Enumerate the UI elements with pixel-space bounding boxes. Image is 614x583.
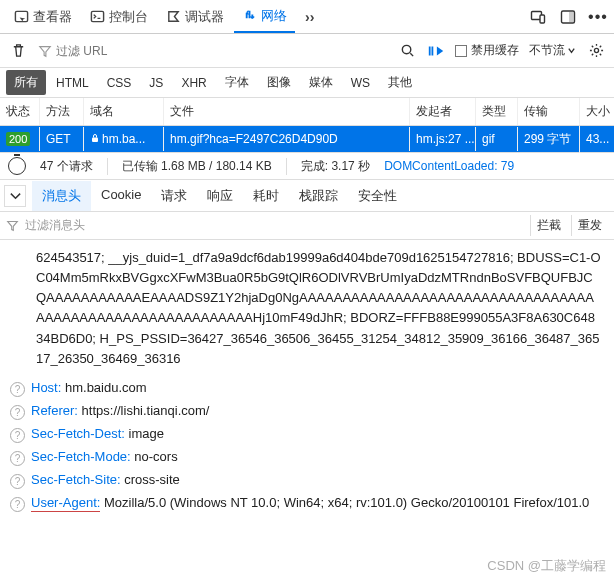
kebab-icon[interactable]: ••• bbox=[588, 7, 608, 27]
inspector-icon bbox=[14, 9, 29, 24]
type-filter-字体[interactable]: 字体 bbox=[217, 70, 257, 95]
header-name: Host: bbox=[31, 380, 61, 395]
detail-tab-6[interactable]: 安全性 bbox=[348, 181, 407, 211]
help-icon[interactable]: ? bbox=[10, 451, 25, 466]
type-filter-图像[interactable]: 图像 bbox=[259, 70, 299, 95]
header-name: User-Agent: bbox=[31, 495, 100, 512]
header-value: no-cors bbox=[131, 449, 178, 464]
tab-network[interactable]: 网络 bbox=[234, 1, 295, 33]
throttle-label: 不节流 bbox=[529, 42, 565, 59]
type-filter-bar: 所有HTMLCSSJSXHR字体图像媒体WS其他 bbox=[0, 68, 614, 98]
type-filter-WS[interactable]: WS bbox=[343, 72, 378, 94]
tab-inspector-label: 查看器 bbox=[33, 8, 72, 26]
help-icon[interactable]: ? bbox=[10, 428, 25, 443]
cell-method: GET bbox=[40, 127, 84, 151]
type-filter-XHR[interactable]: XHR bbox=[173, 72, 214, 94]
help-icon[interactable]: ? bbox=[10, 474, 25, 489]
header-line: ?User-Agent: Mozilla/5.0 (Windows NT 10.… bbox=[0, 492, 614, 515]
type-filter-媒体[interactable]: 媒体 bbox=[301, 70, 341, 95]
disable-cache-label: 禁用缓存 bbox=[471, 42, 519, 59]
devtools-tabs: 查看器 控制台 调试器 网络 ›› ••• bbox=[0, 0, 614, 34]
responsive-mode-icon[interactable] bbox=[528, 7, 548, 27]
type-filter-所有[interactable]: 所有 bbox=[6, 70, 46, 95]
network-toolbar: 禁用缓存 不节流 bbox=[0, 34, 614, 68]
disable-cache-checkbox[interactable]: 禁用缓存 bbox=[455, 42, 519, 59]
header-name: Sec-Fetch-Site: bbox=[31, 472, 121, 487]
col-status[interactable]: 状态 bbox=[0, 98, 40, 125]
tab-console[interactable]: 控制台 bbox=[82, 2, 156, 32]
watermark: CSDN @工藤学编程 bbox=[487, 557, 606, 575]
svg-rect-0 bbox=[15, 11, 27, 21]
checkbox-icon bbox=[455, 45, 467, 57]
filter-headers-bar: 过滤消息头 拦截 重发 bbox=[0, 212, 614, 240]
col-size[interactable]: 大小 bbox=[580, 98, 614, 125]
table-row[interactable]: 200 GET hm.ba... hm.gif?hca=F2497C26D4D9… bbox=[0, 126, 614, 152]
col-initiator[interactable]: 发起者 bbox=[410, 98, 476, 125]
header-value: hm.baidu.com bbox=[61, 380, 146, 395]
detail-tab-0[interactable]: 消息头 bbox=[32, 181, 91, 211]
type-filter-HTML[interactable]: HTML bbox=[48, 72, 97, 94]
url-filter-input[interactable] bbox=[56, 44, 236, 58]
gear-icon[interactable] bbox=[586, 41, 606, 61]
detail-tab-5[interactable]: 栈跟踪 bbox=[289, 181, 348, 211]
cell-domain: hm.ba... bbox=[84, 127, 164, 151]
col-method[interactable]: 方法 bbox=[40, 98, 84, 125]
funnel-icon bbox=[38, 44, 52, 58]
type-filter-JS[interactable]: JS bbox=[141, 72, 171, 94]
more-tabs-button[interactable]: ›› bbox=[297, 3, 322, 31]
header-name: Sec-Fetch-Mode: bbox=[31, 449, 131, 464]
stopwatch-icon[interactable] bbox=[8, 157, 26, 175]
network-icon bbox=[242, 8, 257, 23]
pause-icons[interactable] bbox=[427, 43, 445, 59]
funnel-icon bbox=[6, 219, 19, 232]
cell-transferred: 299 字节 bbox=[518, 126, 580, 153]
url-filter[interactable] bbox=[38, 44, 387, 58]
header-line: ?Host: hm.baidu.com bbox=[0, 377, 614, 400]
svg-point-6 bbox=[402, 45, 410, 53]
throttle-dropdown[interactable]: 不节流 bbox=[529, 42, 576, 59]
console-icon bbox=[90, 9, 105, 24]
type-filter-其他[interactable]: 其他 bbox=[380, 70, 420, 95]
cell-size: 43... bbox=[580, 127, 614, 151]
lock-icon bbox=[90, 133, 100, 143]
col-domain[interactable]: 域名 bbox=[84, 98, 164, 125]
headers-body-text: 624543517; __yjs_duid=1_df7a9a9dcf6dab19… bbox=[0, 240, 614, 377]
chevron-down-icon bbox=[567, 46, 576, 55]
summary-requests: 47 个请求 bbox=[40, 158, 108, 175]
summary-transferred: 已传输 1.68 MB / 180.14 KB bbox=[122, 158, 287, 175]
col-file[interactable]: 文件 bbox=[164, 98, 410, 125]
tab-inspector[interactable]: 查看器 bbox=[6, 2, 80, 32]
cell-file: hm.gif?hca=F2497C26D4D90D bbox=[164, 127, 410, 151]
intercept-button[interactable]: 拦截 bbox=[530, 215, 567, 236]
trash-icon[interactable] bbox=[8, 41, 28, 61]
header-line: ?Sec-Fetch-Dest: image bbox=[0, 423, 614, 446]
col-transferred[interactable]: 传输 bbox=[518, 98, 580, 125]
status-badge: 200 bbox=[6, 132, 30, 146]
detail-tab-4[interactable]: 耗时 bbox=[243, 181, 289, 211]
search-icon[interactable] bbox=[397, 41, 417, 61]
collapse-panel-icon[interactable] bbox=[4, 185, 26, 207]
header-value: https://lishi.tianqi.com/ bbox=[78, 403, 210, 418]
cell-type: gif bbox=[476, 127, 518, 151]
help-icon[interactable]: ? bbox=[10, 497, 25, 512]
header-line: ?Sec-Fetch-Mode: no-cors bbox=[0, 446, 614, 469]
header-line: ?Referer: https://lishi.tianqi.com/ bbox=[0, 400, 614, 423]
svg-rect-3 bbox=[540, 15, 545, 23]
tab-debugger[interactable]: 调试器 bbox=[158, 2, 232, 32]
type-filter-CSS[interactable]: CSS bbox=[99, 72, 140, 94]
resend-button[interactable]: 重发 bbox=[571, 215, 608, 236]
header-value: cross-site bbox=[121, 472, 180, 487]
detail-tab-1[interactable]: Cookie bbox=[91, 181, 151, 211]
tab-network-label: 网络 bbox=[261, 7, 287, 25]
cell-initiator: hm.js:27 ... bbox=[410, 127, 476, 151]
col-type[interactable]: 类型 bbox=[476, 98, 518, 125]
dock-icon[interactable] bbox=[558, 7, 578, 27]
header-name: Sec-Fetch-Dest: bbox=[31, 426, 125, 441]
filter-headers-input[interactable]: 过滤消息头 bbox=[25, 217, 85, 234]
svg-rect-1 bbox=[91, 11, 103, 21]
detail-tab-3[interactable]: 响应 bbox=[197, 181, 243, 211]
detail-tab-2[interactable]: 请求 bbox=[151, 181, 197, 211]
tab-console-label: 控制台 bbox=[109, 8, 148, 26]
help-icon[interactable]: ? bbox=[10, 382, 25, 397]
help-icon[interactable]: ? bbox=[10, 405, 25, 420]
